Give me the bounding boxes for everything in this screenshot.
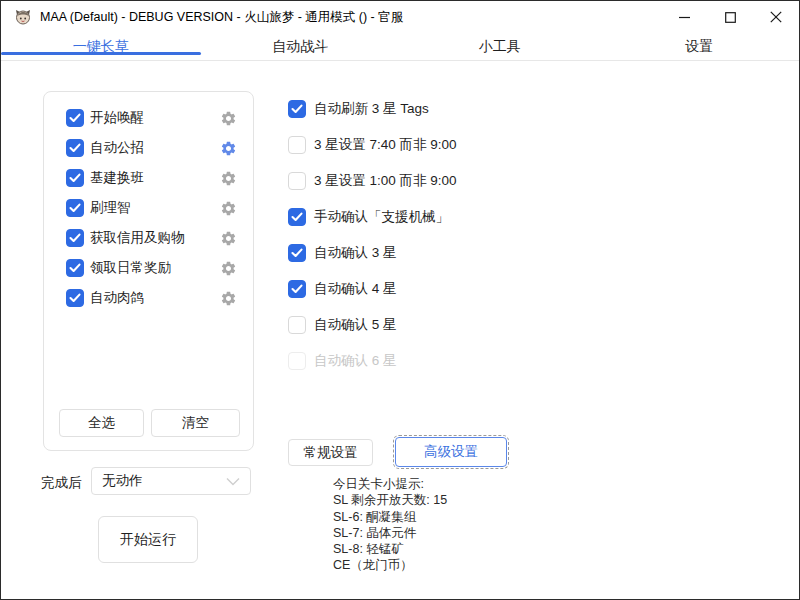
task-row: 自动肉鸽 — [44, 289, 253, 307]
stage-tips: 今日关卡小提示:SL 剩余开放天数: 15SL-6: 酮凝集组SL-7: 晶体元… — [333, 476, 447, 574]
checkbox[interactable] — [288, 316, 306, 334]
option-label[interactable]: 自动确认 6 星 — [314, 352, 397, 370]
maximize-button[interactable] — [707, 1, 753, 33]
tab-0[interactable]: 一键长草 — [1, 33, 201, 60]
maximize-icon — [725, 12, 736, 23]
option-label[interactable]: 3 星设置 7:40 而非 9:00 — [314, 136, 457, 154]
task-row: 基建换班 — [44, 169, 253, 187]
option-label[interactable]: 3 星设置 1:00 而非 9:00 — [314, 172, 457, 190]
task-label[interactable]: 基建换班 — [90, 169, 144, 187]
check-icon — [291, 248, 303, 258]
tab-label: 自动战斗 — [272, 38, 328, 56]
checkbox[interactable] — [66, 289, 84, 307]
checkbox[interactable] — [288, 100, 306, 118]
task-label[interactable]: 刷理智 — [90, 199, 131, 217]
task-row: 开始唤醒 — [44, 109, 253, 127]
tip-line: SL-7: 晶体元件 — [333, 525, 447, 541]
option-label[interactable]: 自动刷新 3 星 Tags — [314, 100, 429, 118]
gear-icon[interactable] — [220, 230, 237, 247]
gear-icon[interactable] — [220, 200, 237, 217]
after-completion-value: 无动作 — [102, 472, 143, 490]
option-label[interactable]: 自动确认 3 星 — [314, 244, 397, 262]
general-settings-button[interactable]: 常规设置 — [288, 439, 373, 466]
check-icon — [291, 284, 303, 294]
tab-label: 小工具 — [479, 38, 521, 56]
checkbox[interactable] — [288, 172, 306, 190]
gear-icon[interactable] — [220, 260, 237, 277]
recruit-options-list: 自动刷新 3 星 Tags 3 星设置 7:40 而非 9:00 3 星设置 1… — [288, 100, 457, 388]
check-icon — [69, 233, 81, 243]
tip-line: SL-6: 酮凝集组 — [333, 509, 447, 525]
checkbox[interactable] — [288, 352, 306, 370]
app-window: MAA (Default) - DEBUG VERSION - 火山旅梦 - 通… — [0, 0, 800, 600]
check-icon — [69, 203, 81, 213]
check-icon — [69, 143, 81, 153]
clear-button[interactable]: 清空 — [151, 409, 240, 437]
checkbox[interactable] — [66, 109, 84, 127]
tip-line: SL 剩余开放天数: 15 — [333, 492, 447, 508]
tab-3[interactable]: 设置 — [600, 33, 800, 60]
checkbox[interactable] — [66, 229, 84, 247]
select-all-button[interactable]: 全选 — [59, 409, 144, 437]
task-row: 领取日常奖励 — [44, 259, 253, 277]
option-label[interactable]: 自动确认 5 星 — [314, 316, 397, 334]
check-icon — [69, 263, 81, 273]
minimize-button[interactable] — [661, 1, 707, 33]
task-label[interactable]: 获取信用及购物 — [90, 229, 185, 247]
gear-icon[interactable] — [220, 170, 237, 187]
advanced-settings-button[interactable]: 高级设置 — [395, 437, 507, 467]
titlebar: MAA (Default) - DEBUG VERSION - 火山旅梦 - 通… — [1, 1, 799, 33]
task-panel: 开始唤醒 自动公招 基建换班 刷理智 获取信用及购物 — [43, 91, 254, 451]
check-icon — [69, 173, 81, 183]
task-label[interactable]: 领取日常奖励 — [90, 259, 171, 277]
after-completion-select[interactable]: 无动作 — [91, 467, 251, 495]
option-row: 3 星设置 1:00 而非 9:00 — [288, 172, 457, 190]
chevron-down-icon — [226, 477, 240, 486]
gear-icon[interactable] — [220, 290, 237, 307]
tab-label: 设置 — [685, 38, 713, 56]
tab-2[interactable]: 小工具 — [400, 33, 600, 60]
option-label[interactable]: 自动确认 4 星 — [314, 280, 397, 298]
checkbox[interactable] — [288, 136, 306, 154]
option-row: 自动确认 6 星 — [288, 352, 457, 370]
task-label[interactable]: 自动肉鸽 — [90, 289, 144, 307]
gear-icon[interactable] — [220, 140, 237, 157]
check-icon — [291, 104, 303, 114]
option-row: 自动刷新 3 星 Tags — [288, 100, 457, 118]
option-row: 自动确认 3 星 — [288, 244, 457, 262]
check-icon — [69, 113, 81, 123]
checkbox[interactable] — [66, 169, 84, 187]
task-label[interactable]: 自动公招 — [90, 139, 144, 157]
checkbox[interactable] — [66, 199, 84, 217]
task-row: 刷理智 — [44, 199, 253, 217]
check-icon — [291, 212, 303, 222]
checkbox[interactable] — [288, 280, 306, 298]
option-label[interactable]: 手动确认「支援机械」 — [314, 208, 449, 226]
close-icon — [770, 11, 782, 23]
tab-bar: 一键长草 自动战斗 小工具 设置 — [1, 33, 799, 61]
task-row: 获取信用及购物 — [44, 229, 253, 247]
option-row: 自动确认 4 星 — [288, 280, 457, 298]
task-label[interactable]: 开始唤醒 — [90, 109, 144, 127]
minimize-icon — [679, 12, 690, 23]
option-row: 3 星设置 7:40 而非 9:00 — [288, 136, 457, 154]
active-tab-underline — [1, 52, 201, 55]
checkbox[interactable] — [288, 244, 306, 262]
option-row: 自动确认 5 星 — [288, 316, 457, 334]
check-icon — [69, 293, 81, 303]
app-logo-icon — [14, 8, 32, 26]
gear-icon[interactable] — [220, 110, 237, 127]
checkbox[interactable] — [66, 139, 84, 157]
checkbox[interactable] — [66, 259, 84, 277]
after-completion-label: 完成后 — [41, 474, 82, 492]
checkbox[interactable] — [288, 208, 306, 226]
window-title: MAA (Default) - DEBUG VERSION - 火山旅梦 - 通… — [40, 9, 403, 26]
tip-line: 今日关卡小提示: — [333, 476, 447, 492]
close-button[interactable] — [753, 1, 799, 33]
window-controls — [661, 1, 799, 33]
task-row: 自动公招 — [44, 139, 253, 157]
tip-line: CE（龙门币） — [333, 557, 447, 573]
option-row: 手动确认「支援机械」 — [288, 208, 457, 226]
tab-1[interactable]: 自动战斗 — [201, 33, 401, 60]
start-button[interactable]: 开始运行 — [98, 516, 198, 563]
